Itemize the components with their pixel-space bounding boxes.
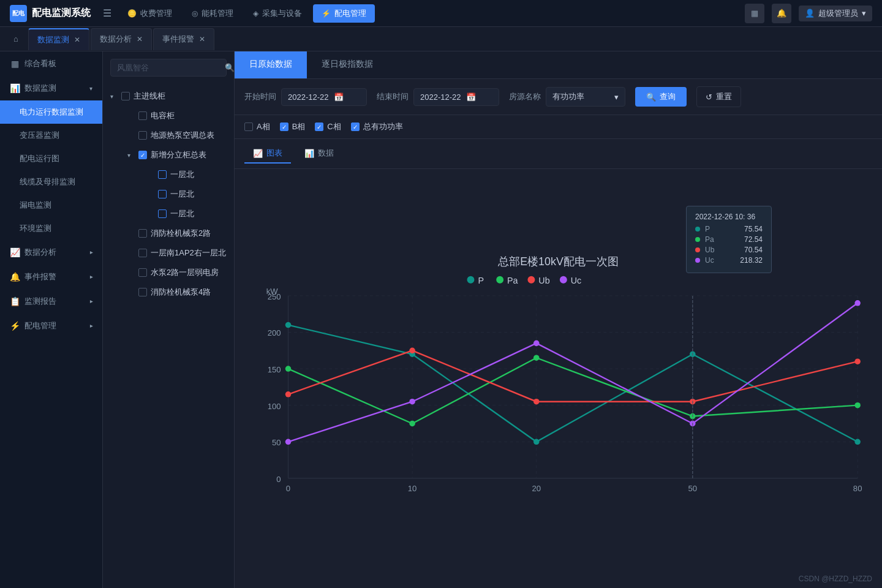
tab-daily-data[interactable]: 逐日极指数据 bbox=[307, 51, 388, 78]
cb-a-phase[interactable]: A相 bbox=[244, 121, 270, 132]
top-nav: 配电 配电监测系统 ☰ 🪙 收费管理 ◎ 能耗管理 ◈ 采集与设备 ⚡ 配电管理… bbox=[0, 0, 882, 27]
sidebar-sub-data-monitor: 电力运行数据监测 变压器监测 配电运行图 线缆及母排监测 漏电监测 环境监测 bbox=[0, 100, 102, 240]
logo-icon: 配电 bbox=[10, 5, 27, 22]
legend-uc-label: Uc bbox=[571, 276, 581, 285]
user-info[interactable]: 👤 超级管理员 ▾ bbox=[799, 6, 872, 21]
phase-checkboxes: A相 B相 C相 总有功功率 bbox=[235, 115, 882, 139]
view-tab-data[interactable]: 📊 数据 bbox=[296, 144, 342, 164]
tree-checkbox-main-line[interactable] bbox=[121, 92, 130, 100]
tooltip-dot-Uc bbox=[695, 258, 700, 263]
view-tab-chart[interactable]: 📈 图表 bbox=[244, 144, 291, 164]
tree-node-row-fire-pump4[interactable]: ▾ 消防栓机械泵4路 bbox=[113, 282, 234, 302]
tree-node-row-heatpump[interactable]: ▾ 地源热泵空调总表 bbox=[113, 126, 234, 145]
tabs-row: ⌂ 数据监测 ✕ 数据分析 ✕ 事件报警 ✕ bbox=[0, 27, 882, 51]
cb-box-total-power[interactable] bbox=[351, 123, 360, 131]
tab-close-analysis[interactable]: ✕ bbox=[137, 35, 143, 43]
nav-power[interactable]: ⚡ 配电管理 bbox=[313, 4, 375, 23]
end-time-group: 结束时间 2022-12-22 📅 bbox=[377, 88, 499, 106]
sidebar-group-event-alert[interactable]: 🔔 事件报警 ▾ bbox=[0, 265, 102, 289]
tree-search-box: 🔍 bbox=[110, 59, 227, 77]
tree-search-input[interactable] bbox=[117, 63, 220, 72]
tree-node-row-floor1-south[interactable]: ▾ 一层南1AP2右一层北 bbox=[113, 243, 234, 263]
x-label-80: 80 bbox=[853, 484, 862, 493]
chart-svg-container: 总部E楼10kV配电一次图 P Pa Ub Uc kW bbox=[235, 169, 882, 588]
cb-box-a-phase[interactable] bbox=[244, 123, 253, 131]
dot-Ub-80 bbox=[854, 358, 861, 364]
tree-checkbox-floor1-north-3[interactable] bbox=[158, 209, 167, 218]
select-chevron: ▾ bbox=[614, 92, 619, 102]
tree-checkbox-floor1-north-2[interactable] bbox=[158, 190, 167, 198]
event-alert-chevron: ▾ bbox=[88, 276, 94, 279]
tree-checkbox-floor1-north-1[interactable] bbox=[158, 170, 167, 179]
tree-node-row-floor1-north-3[interactable]: ▾ 一层北 bbox=[123, 204, 234, 224]
sidebar-item-overview[interactable]: ▦ 综合看板 bbox=[0, 51, 102, 76]
tree-node-row-capacitor[interactable]: ▾ 电容柜 bbox=[113, 106, 234, 126]
tab-close-alerts[interactable]: ✕ bbox=[199, 35, 205, 43]
sidebar-group-data-analysis[interactable]: 📈 数据分析 ▾ bbox=[0, 240, 102, 265]
overview-icon: ▦ bbox=[10, 59, 20, 69]
sidebar-item-transformer[interactable]: 变压器监测 bbox=[0, 124, 102, 147]
cb-total-power[interactable]: 总有功功率 bbox=[351, 121, 403, 132]
tree-node-row-floor1-north-2[interactable]: ▾ 一层北 bbox=[123, 184, 234, 204]
tree-node-row-fire-pump2[interactable]: ▾ 消防栓机械泵2路 bbox=[113, 224, 234, 243]
legend-p-label: P bbox=[478, 276, 484, 285]
reset-button[interactable]: ↺ 重置 bbox=[696, 86, 741, 107]
tree-panel: 🔍 ▾ 主进线柜 ▾ 电容柜 bbox=[103, 51, 235, 588]
sidebar-item-cable-monitor[interactable]: 线缆及母排监测 bbox=[0, 170, 102, 194]
menu-icon[interactable]: ☰ bbox=[103, 7, 111, 19]
home-tab[interactable]: ⌂ bbox=[5, 28, 27, 50]
tree-children-main-line: ▾ 电容柜 ▾ 地源热泵空调总表 ▾ bbox=[103, 106, 234, 302]
tree-node-row-floor1-north-1[interactable]: ▾ 一层北 bbox=[123, 165, 234, 184]
cb-box-c-phase[interactable] bbox=[315, 123, 323, 131]
tab-alerts[interactable]: 事件报警 ✕ bbox=[153, 28, 214, 50]
tree-node-row-new-cabinet[interactable]: ▾ 新增分立柜总表 bbox=[113, 145, 234, 165]
tree-node-new-cabinet: ▾ 新增分立柜总表 ▾ 一层北 bbox=[113, 145, 234, 224]
legend-p-dot bbox=[467, 276, 475, 284]
search-icon: 🔍 bbox=[646, 92, 656, 102]
tree-children-new-cabinet: ▾ 一层北 ▾ 一层北 ▾ bbox=[113, 165, 234, 224]
tooltip-dot-Pa bbox=[695, 237, 700, 242]
end-date-input[interactable]: 2022-12-22 📅 bbox=[413, 88, 499, 106]
room-name-group: 房源名称 有功功率 ▾ bbox=[509, 87, 625, 107]
start-date-input[interactable]: 2022-12-22 📅 bbox=[281, 88, 367, 106]
tree-checkbox-floor1-south[interactable] bbox=[138, 249, 147, 257]
tree-checkbox-capacitor[interactable] bbox=[138, 111, 147, 120]
sidebar-group-monitor-report[interactable]: 📋 监测报告 ▾ bbox=[0, 289, 102, 314]
footer-text: CSDN @HZZD_HZZD bbox=[799, 575, 872, 583]
energy-icon: ◎ bbox=[192, 9, 198, 18]
bell-btn[interactable]: 🔔 bbox=[772, 4, 791, 23]
nav-energy[interactable]: ◎ 能耗管理 bbox=[183, 4, 242, 23]
nav-collect[interactable]: ◈ 采集与设备 bbox=[244, 4, 311, 23]
grid-btn[interactable]: ▦ bbox=[745, 4, 764, 23]
tab-monitor[interactable]: 数据监测 ✕ bbox=[28, 28, 89, 50]
tree-node-row-water-pump[interactable]: ▾ 水泵2路一层弱电房 bbox=[113, 263, 234, 282]
sidebar-item-power-diagram[interactable]: 配电运行图 bbox=[0, 147, 102, 170]
chart-view-tabs: 📈 图表 📊 数据 bbox=[235, 139, 882, 169]
tab-raw-data[interactable]: 日原始数据 bbox=[235, 51, 307, 78]
tab-analysis[interactable]: 数据分析 ✕ bbox=[91, 28, 152, 50]
y-label-0: 0 bbox=[276, 475, 281, 484]
x-label-50: 50 bbox=[688, 484, 698, 493]
tree-checkbox-water-pump[interactable] bbox=[138, 268, 147, 277]
tree-checkbox-heatpump[interactable] bbox=[138, 131, 147, 140]
cb-box-b-phase[interactable] bbox=[280, 123, 288, 131]
data-icon: 📊 bbox=[304, 149, 314, 158]
sidebar-item-environment[interactable]: 环境监测 bbox=[0, 217, 102, 240]
room-select[interactable]: 有功功率 ▾ bbox=[546, 87, 625, 107]
tree-checkbox-fire-pump2[interactable] bbox=[138, 229, 147, 238]
cb-b-phase[interactable]: B相 bbox=[280, 121, 306, 132]
tree-checkbox-new-cabinet[interactable] bbox=[138, 151, 147, 159]
tab-close-monitor[interactable]: ✕ bbox=[74, 36, 80, 44]
sidebar-item-leakage[interactable]: 漏电监测 bbox=[0, 194, 102, 217]
cb-c-phase[interactable]: C相 bbox=[315, 121, 341, 132]
chart-panel: 日原始数据 逐日极指数据 开始时间 2022-12-22 📅 结束时间 2022… bbox=[235, 51, 882, 588]
query-button[interactable]: 🔍 查询 bbox=[635, 87, 687, 107]
collect-icon: ◈ bbox=[253, 9, 258, 18]
power-mgmt-icon: ⚡ bbox=[10, 321, 20, 331]
tree-checkbox-fire-pump4[interactable] bbox=[138, 288, 147, 296]
tree-node-row-main-line[interactable]: ▾ 主进线柜 bbox=[103, 86, 234, 106]
sidebar-group-data-monitor-header[interactable]: 📊 数据监测 ▾ bbox=[0, 76, 102, 100]
sidebar-item-power-monitor[interactable]: 电力运行数据监测 bbox=[0, 100, 102, 124]
sidebar-group-power-mgmt[interactable]: ⚡ 配电管理 ▾ bbox=[0, 314, 102, 338]
nav-fees[interactable]: 🪙 收费管理 bbox=[119, 4, 181, 23]
